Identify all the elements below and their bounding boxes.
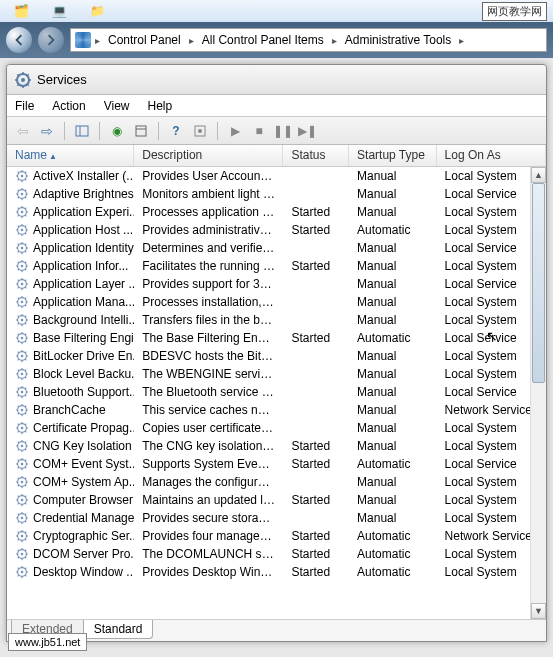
help-button[interactable]: ? [166, 121, 186, 141]
service-desc-cell: The WBENGINE service is... [134, 367, 283, 381]
toolbar: ⇦ ⇨ ◉ ? ▶ ■ ❚❚ ▶❚ [7, 117, 546, 145]
service-desc-cell: Provides administrative s... [134, 223, 283, 237]
service-startup-cell: Manual [349, 475, 437, 489]
service-startup-cell: Manual [349, 493, 437, 507]
service-row[interactable]: COM+ Event Syst...Supports System Event … [7, 455, 546, 473]
svg-point-11 [21, 193, 24, 196]
service-desc-cell: Manages the configurati... [134, 475, 283, 489]
chevron-right-icon[interactable]: ▸ [459, 35, 464, 46]
service-row[interactable]: Desktop Window ...Provides Desktop Windo… [7, 563, 546, 581]
service-row[interactable]: ActiveX Installer (...Provides User Acco… [7, 167, 546, 185]
service-status-cell: Started [283, 457, 349, 471]
service-row[interactable]: Certificate Propag...Copies user certifi… [7, 419, 546, 437]
service-startup-cell: Manual [349, 385, 437, 399]
start-service-button[interactable]: ▶ [225, 121, 245, 141]
service-row[interactable]: Base Filtering Engi...The Base Filtering… [7, 329, 546, 347]
menu-help[interactable]: Help [148, 99, 173, 113]
svg-point-9 [21, 175, 24, 178]
service-startup-cell: Manual [349, 313, 437, 327]
service-row[interactable]: Block Level Backu...The WBENGINE service… [7, 365, 546, 383]
control-panel-icon [75, 32, 91, 48]
service-row[interactable]: Adaptive BrightnessMonitors ambient ligh… [7, 185, 546, 203]
service-row[interactable]: BranchCacheThis service caches netw...Ma… [7, 401, 546, 419]
service-row[interactable]: Application Experi...Processes applicati… [7, 203, 546, 221]
stop-service-button[interactable]: ■ [249, 121, 269, 141]
service-name-cell: Application Mana... [7, 295, 134, 309]
service-startup-cell: Manual [349, 403, 437, 417]
service-row[interactable]: Bluetooth Support...The Bluetooth servic… [7, 383, 546, 401]
service-row[interactable]: Application Host ...Provides administrat… [7, 221, 546, 239]
service-status-cell: Started [283, 529, 349, 543]
service-row[interactable]: Computer BrowserMaintains an updated lis… [7, 491, 546, 509]
chevron-right-icon[interactable]: ▸ [95, 35, 100, 46]
service-name-cell: Computer Browser [7, 493, 134, 507]
restart-service-button[interactable]: ▶❚ [297, 121, 317, 141]
nav-forward-button[interactable]: ⇨ [37, 121, 57, 141]
service-name-cell: Background Intelli... [7, 313, 134, 327]
desktop-shortcut-icon[interactable]: 🗂️ [10, 0, 32, 22]
service-startup-cell: Automatic [349, 223, 437, 237]
menu-action[interactable]: Action [52, 99, 85, 113]
column-headers: Name▲ Description Status Startup Type Lo… [7, 145, 546, 167]
service-row[interactable]: COM+ System Ap...Manages the configurati… [7, 473, 546, 491]
export-list-button[interactable]: ◉ [107, 121, 127, 141]
desktop-shortcut-icon[interactable]: 📁 [86, 0, 108, 22]
window-title: Services [37, 72, 87, 87]
scroll-thumb[interactable] [532, 183, 545, 383]
service-startup-cell: Manual [349, 205, 437, 219]
service-desc-cell: Provides secure storage ... [134, 511, 283, 525]
column-startup-type[interactable]: Startup Type [349, 145, 437, 166]
column-status[interactable]: Status [283, 145, 349, 166]
service-name-cell: Adaptive Brightness [7, 187, 134, 201]
service-row[interactable]: Application Mana...Processes installatio… [7, 293, 546, 311]
forward-button[interactable] [38, 27, 64, 53]
chevron-right-icon[interactable]: ▸ [189, 35, 194, 46]
service-row[interactable]: Cryptographic Ser...Provides four manage… [7, 527, 546, 545]
svg-point-23 [21, 301, 24, 304]
svg-point-1 [21, 78, 25, 82]
service-desc-cell: Supports System Event N... [134, 457, 283, 471]
tab-standard[interactable]: Standard [83, 620, 154, 639]
svg-point-31 [21, 373, 24, 376]
vertical-scrollbar[interactable]: ▲ ▼ [530, 167, 546, 619]
nav-back-button[interactable]: ⇦ [13, 121, 33, 141]
menu-view[interactable]: View [104, 99, 130, 113]
show-hide-tree-button[interactable] [72, 121, 92, 141]
service-name-cell: BranchCache [7, 403, 134, 417]
breadcrumb[interactable]: ▸ Control Panel ▸ All Control Panel Item… [70, 28, 547, 52]
service-row[interactable]: Background Intelli...Transfers files in … [7, 311, 546, 329]
service-row[interactable]: Application IdentityDetermines and verif… [7, 239, 546, 257]
chevron-right-icon[interactable]: ▸ [332, 35, 337, 46]
svg-rect-4 [136, 126, 146, 136]
service-row[interactable]: Credential ManagerProvides secure storag… [7, 509, 546, 527]
service-row[interactable]: CNG Key IsolationThe CNG key isolation s… [7, 437, 546, 455]
column-description[interactable]: Description [134, 145, 283, 166]
breadcrumb-segment[interactable]: All Control Panel Items [198, 33, 328, 47]
scroll-up-button[interactable]: ▲ [531, 167, 546, 183]
svg-point-45 [21, 499, 24, 502]
scroll-down-button[interactable]: ▼ [531, 603, 546, 619]
desktop-shortcut-icon[interactable]: 💻 [48, 0, 70, 22]
service-row[interactable]: Application Infor...Facilitates the runn… [7, 257, 546, 275]
service-name-cell: ActiveX Installer (... [7, 169, 134, 183]
column-log-on-as[interactable]: Log On As [437, 145, 546, 166]
service-row[interactable]: DCOM Server Pro...The DCOMLAUNCH serv...… [7, 545, 546, 563]
breadcrumb-segment[interactable]: Control Panel [104, 33, 185, 47]
pause-service-button[interactable]: ❚❚ [273, 121, 293, 141]
service-desc-cell: Provides User Account C... [134, 169, 283, 183]
svg-point-13 [21, 211, 24, 214]
service-startup-cell: Manual [349, 277, 437, 291]
service-row[interactable]: Application Layer ...Provides support fo… [7, 275, 546, 293]
service-desc-cell: BDESVC hosts the BitLoc... [134, 349, 283, 363]
breadcrumb-segment[interactable]: Administrative Tools [341, 33, 456, 47]
service-startup-cell: Manual [349, 187, 437, 201]
services-window: Services File Action View Help ⇦ ⇨ ◉ ? ▶… [6, 64, 547, 642]
menu-file[interactable]: File [15, 99, 34, 113]
service-startup-cell: Automatic [349, 547, 437, 561]
service-row[interactable]: BitLocker Drive En...BDESVC hosts the Bi… [7, 347, 546, 365]
properties-button[interactable] [190, 121, 210, 141]
column-name[interactable]: Name▲ [7, 145, 134, 166]
refresh-button[interactable] [131, 121, 151, 141]
back-button[interactable] [6, 27, 32, 53]
service-status-cell: Started [283, 547, 349, 561]
